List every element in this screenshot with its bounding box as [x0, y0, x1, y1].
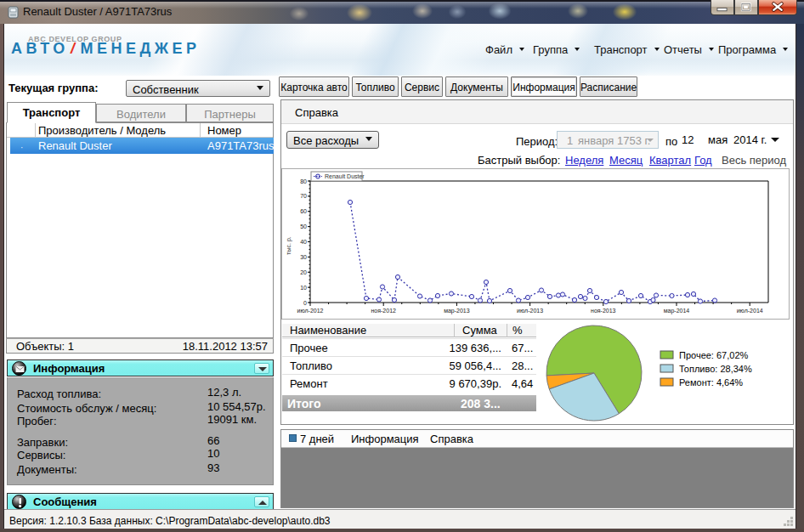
svg-text:июл-2014: июл-2014	[737, 308, 763, 314]
svg-text:тыс. р.: тыс. р.	[286, 236, 292, 255]
svg-text:80: 80	[300, 178, 307, 184]
svg-text:Renault Duster: Renault Duster	[325, 173, 365, 179]
svg-text:60: 60	[300, 208, 307, 214]
svg-text:20: 20	[300, 269, 307, 275]
svg-text:мар-2013: мар-2013	[444, 308, 470, 314]
svg-text:Прочее: 67,02%: Прочее: 67,02%	[679, 350, 749, 360]
svg-text:70: 70	[300, 193, 307, 199]
svg-text:Топливо: 28,34%: Топливо: 28,34%	[679, 364, 752, 374]
svg-text:10: 10	[300, 285, 307, 291]
svg-text:мар-2014: мар-2014	[664, 308, 690, 314]
svg-text:Ремонт: 4,64%: Ремонт: 4,64%	[679, 377, 743, 388]
svg-text:ноя-2012: ноя-2012	[371, 308, 396, 314]
svg-text:ноя-2013: ноя-2013	[591, 308, 616, 314]
svg-text:50: 50	[300, 224, 307, 229]
svg-text:июл-2013: июл-2013	[517, 308, 543, 314]
svg-text:июл-2012: июл-2012	[297, 308, 324, 314]
svg-text:30: 30	[300, 254, 307, 260]
svg-text:40: 40	[300, 239, 307, 245]
svg-text:0: 0	[303, 300, 307, 306]
